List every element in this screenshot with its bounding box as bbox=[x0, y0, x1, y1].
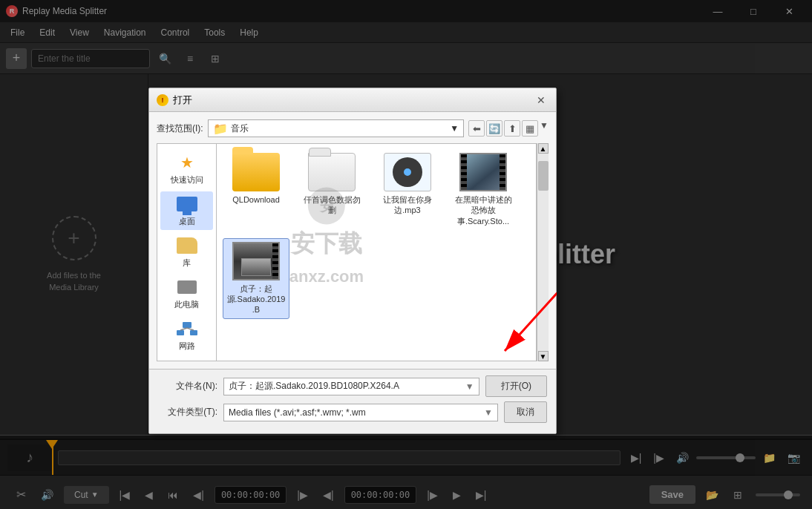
file-item-qldownload[interactable]: QLDownload bbox=[223, 150, 289, 229]
dialog-title-bar: ! 打开 ✕ bbox=[149, 88, 556, 112]
dialog-close-button[interactable]: ✕ bbox=[534, 93, 549, 108]
svg-line-3 bbox=[180, 328, 187, 330]
files-grid: QLDownload 仟首调色数据勿删 bbox=[223, 150, 530, 229]
quick-access-label: 快速访问 bbox=[171, 174, 203, 185]
filename-label: 文件名(N): bbox=[158, 380, 217, 393]
dialog-path-bar: 查找范围(I): 📁 音乐 ▼ ⬅ 🔄 ⬆ ▦ ▼ bbox=[157, 119, 549, 137]
nav-up-btn[interactable]: ⬆ bbox=[504, 120, 520, 137]
file-label-video1: 在黑暗中讲述的恐怖故事.Scary.Sto... bbox=[453, 194, 514, 226]
scroll-thumb[interactable] bbox=[538, 161, 549, 191]
nav-back-btn[interactable]: ⬅ bbox=[468, 120, 485, 137]
file-item-video1[interactable]: 在黑暗中讲述的恐怖故事.Scary.Sto... bbox=[450, 150, 517, 229]
dialog-files: QLDownload 仟首调色数据勿删 bbox=[216, 143, 537, 361]
file-label-sadako: 贞子：起源.Sadako.2019.B bbox=[226, 283, 286, 315]
film-strip-right-sadako bbox=[272, 243, 278, 279]
dialog-title-text: 打开 bbox=[173, 93, 192, 107]
thispc-icon-container bbox=[175, 278, 199, 297]
dialog-scroll-area: ★ 快速访问 桌面 bbox=[157, 143, 549, 361]
filetype-combo[interactable]: Media files (*.avi;*.asf;*.wmv; *.wm ▼ bbox=[223, 404, 498, 421]
path-combo[interactable]: 📁 音乐 ▼ bbox=[208, 119, 464, 137]
dialog-path-icons: ⬅ 🔄 ⬆ ▦ ▼ bbox=[468, 120, 549, 137]
svg-rect-2 bbox=[190, 330, 197, 335]
computer-icon bbox=[177, 280, 197, 294]
scroll-down-btn[interactable]: ▼ bbox=[538, 351, 549, 361]
network-icon-container bbox=[175, 319, 199, 338]
film-strip-left-1 bbox=[461, 154, 467, 190]
open-file-dialog: ! 打开 ✕ 查找范围(I): 📁 音乐 ▼ ⬅ 🔄 bbox=[148, 88, 557, 434]
dialog-overlay: ! 打开 ✕ 查找范围(I): 📁 音乐 ▼ ⬅ 🔄 bbox=[0, 0, 812, 509]
folder-icon-white bbox=[308, 153, 356, 191]
network-label: 网路 bbox=[179, 341, 195, 352]
dialog-title-left: ! 打开 bbox=[157, 93, 192, 107]
desktop-label: 桌面 bbox=[179, 216, 195, 227]
file-item-mp3[interactable]: 让我留在你身边.mp3 bbox=[374, 150, 441, 229]
nav-refresh-btn[interactable]: 🔄 bbox=[486, 120, 502, 137]
desktop-icon bbox=[177, 197, 197, 211]
video-thumb-1 bbox=[459, 153, 507, 191]
library-icon bbox=[177, 237, 197, 254]
sidebar-quick-access[interactable]: ★ 快速访问 bbox=[160, 150, 213, 188]
nav-view-btn[interactable]: ▦ bbox=[522, 120, 538, 137]
path-label: 查找范围(I): bbox=[157, 122, 203, 135]
video-thumb-sadako bbox=[232, 242, 280, 280]
folder-icon-qldownload bbox=[232, 153, 280, 191]
file-item-sadako[interactable]: 贞子：起源.Sadako.2019.B bbox=[223, 238, 289, 319]
sidebar-library[interactable]: 库 bbox=[160, 233, 213, 272]
dialog-sidebar: ★ 快速访问 桌面 bbox=[157, 143, 216, 361]
svg-rect-0 bbox=[183, 322, 191, 328]
filename-input[interactable]: 贞子：起源.Sadako.2019.BD1080P.X264.A ▼ bbox=[223, 378, 479, 395]
filetype-label: 文件类型(T): bbox=[158, 406, 217, 418]
mp3-icon bbox=[384, 153, 431, 191]
filetype-row: 文件类型(T): Media files (*.avi;*.asf;*.wmv;… bbox=[158, 401, 547, 423]
mp3-disc bbox=[393, 157, 422, 187]
dialog-scrollbar[interactable]: ▲ ▼ bbox=[537, 143, 549, 361]
cancel-button[interactable]: 取消 bbox=[504, 401, 547, 423]
desktop-icon-container bbox=[175, 194, 199, 214]
files-grid-row2: 贞子：起源.Sadako.2019.B bbox=[223, 238, 530, 319]
sidebar-desktop[interactable]: 桌面 bbox=[160, 191, 213, 230]
file-label-mp3: 让我留在你身边.mp3 bbox=[377, 194, 438, 216]
sidebar-network[interactable]: 网路 bbox=[160, 316, 213, 355]
svg-line-4 bbox=[187, 328, 194, 330]
network-icon bbox=[177, 321, 197, 337]
video-img-1 bbox=[461, 154, 505, 190]
mp3-center bbox=[404, 168, 411, 176]
dialog-cancel-btns: 取消 bbox=[504, 401, 547, 423]
library-label: 库 bbox=[183, 257, 191, 269]
scroll-up-btn[interactable]: ▲ bbox=[538, 143, 549, 154]
svg-rect-1 bbox=[177, 330, 184, 335]
video-img-sadako bbox=[234, 243, 278, 279]
quick-access-icon: ★ bbox=[175, 153, 199, 172]
star-icon: ★ bbox=[180, 154, 194, 171]
library-icon-container bbox=[175, 236, 199, 255]
thispc-label: 此电脑 bbox=[174, 299, 199, 310]
file-label-folder2: 仟首调色数据勿删 bbox=[301, 194, 362, 216]
file-item-folder2[interactable]: 仟首调色数据勿删 bbox=[298, 150, 365, 229]
dialog-action-btns: 打开(O) bbox=[485, 375, 547, 397]
dialog-body: 查找范围(I): 📁 音乐 ▼ ⬅ 🔄 ⬆ ▦ ▼ bbox=[149, 112, 556, 369]
open-button[interactable]: 打开(O) bbox=[485, 375, 547, 397]
dialog-bottom: 文件名(N): 贞子：起源.Sadako.2019.BD1080P.X264.A… bbox=[149, 369, 556, 433]
film-strip-right-1 bbox=[500, 154, 505, 190]
file-label-qldownload: QLDownload bbox=[232, 194, 280, 205]
dialog-icon: ! bbox=[157, 94, 168, 106]
filename-row: 文件名(N): 贞子：起源.Sadako.2019.BD1080P.X264.A… bbox=[158, 375, 547, 397]
sidebar-this-pc[interactable]: 此电脑 bbox=[160, 275, 213, 313]
